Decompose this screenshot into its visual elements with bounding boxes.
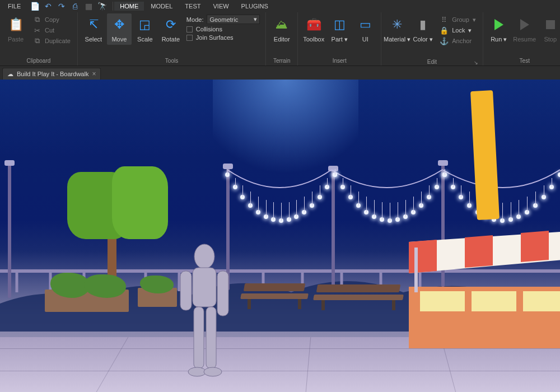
tab-view[interactable]: VIEW xyxy=(207,2,234,11)
svg-marker-18 xyxy=(465,235,493,268)
lock-button[interactable]: 🔒Lock ▾ xyxy=(436,25,479,35)
terrain-editor-label: Editor xyxy=(274,36,290,43)
bulb-string xyxy=(421,192,422,206)
tab-test[interactable]: TEST xyxy=(179,2,206,11)
color-button[interactable]: ▮ Color ▾ xyxy=(410,13,435,45)
checkbox-icon xyxy=(186,26,193,32)
material-button[interactable]: ✳ Material ▾ xyxy=(385,13,409,45)
clipboard-group-label: Clipboard xyxy=(3,57,74,66)
copy-label: Copy xyxy=(45,16,59,23)
play-icon xyxy=(490,16,508,34)
bulb-string xyxy=(289,202,290,220)
chevron-down-icon: ▾ xyxy=(344,36,348,43)
bulb-string xyxy=(358,192,359,206)
color-label: Color ▾ xyxy=(413,36,433,43)
group-label-text: Group xyxy=(452,16,469,23)
insert-group-label: Insert xyxy=(301,57,377,66)
svg-point-27 xyxy=(188,367,206,376)
bulb-string xyxy=(445,169,445,175)
terrain-editor-button[interactable]: ⛰ Editor xyxy=(269,13,294,45)
bulb-string xyxy=(413,197,414,212)
file-menu[interactable]: FILE xyxy=(2,2,26,11)
bulb-string xyxy=(335,169,335,175)
paste-button[interactable]: 📋 Paste xyxy=(3,13,28,45)
part-icon: ◫ xyxy=(330,16,348,34)
binoculars-icon[interactable]: 🔭 xyxy=(97,1,107,11)
bulb-string xyxy=(382,202,382,220)
toolbox-button[interactable]: 🧰 Toolbox xyxy=(301,13,326,45)
bulb-string xyxy=(296,200,297,217)
run-button[interactable]: Run ▾ xyxy=(487,13,511,45)
copy-icon: ⧉ xyxy=(32,15,41,24)
chevron-down-icon: ▾ xyxy=(468,27,472,34)
anchor-button[interactable]: ⚓Anchor xyxy=(436,36,479,46)
quick-access-toolbar: 📄 ↶ ↷ ⎙ ▦ 🔭 xyxy=(30,1,107,11)
move-icon: ✥ xyxy=(110,16,128,34)
play-icon xyxy=(516,16,534,34)
toolbox-label: Toolbox xyxy=(303,36,324,43)
bulb-string xyxy=(235,178,236,187)
bulb-string xyxy=(374,200,375,217)
svg-rect-26 xyxy=(206,307,216,368)
collisions-checkbox[interactable]: Collisions xyxy=(186,26,260,32)
tab-model[interactable]: MODEL xyxy=(145,2,178,11)
explorer-icon[interactable]: ⎙ xyxy=(70,1,80,11)
bulb-string xyxy=(552,178,552,187)
anchor-icon: ⚓ xyxy=(440,36,449,45)
part-button[interactable]: ◫ Part ▾ xyxy=(327,13,352,45)
svg-rect-22 xyxy=(193,268,216,307)
toolbox-icon: 🧰 xyxy=(305,16,323,34)
mode-select[interactable]: Geometric ▾ xyxy=(207,15,260,24)
paste-icon: 📋 xyxy=(7,16,25,34)
resume-button[interactable]: Resume xyxy=(512,13,537,45)
terrain-group-label: Terrain xyxy=(269,57,294,66)
close-icon[interactable]: × xyxy=(92,70,96,78)
checkbox-icon xyxy=(186,35,193,41)
test-group-label: Test xyxy=(487,57,560,66)
svg-rect-24 xyxy=(217,271,228,316)
bulb-string xyxy=(258,197,259,212)
bulb-string xyxy=(453,178,454,187)
menu-bar: FILE 📄 ↶ ↷ ⎙ ▦ 🔭 HOME MODEL TEST VIEW PL… xyxy=(0,0,560,12)
bulb-string xyxy=(544,185,544,197)
tab-plugins[interactable]: PLUGINS xyxy=(236,2,274,11)
tree-foliage xyxy=(112,166,168,239)
bulb-string xyxy=(511,202,511,220)
ui-button[interactable]: ▭ UI xyxy=(353,13,377,45)
stop-button[interactable]: Stop xyxy=(538,13,560,45)
svg-rect-14 xyxy=(472,291,516,311)
scale-label: Scale xyxy=(137,36,153,43)
copy-button[interactable]: ⧉Copy xyxy=(29,15,74,25)
undo-icon[interactable]: ↶ xyxy=(43,1,53,11)
cursor-icon: ↸ xyxy=(85,16,102,34)
light-pole xyxy=(332,169,335,287)
bench xyxy=(314,282,403,310)
terrain-icon: ⛰ xyxy=(273,16,291,34)
chevron-down-icon: ▾ xyxy=(430,36,433,43)
cloud-icon: ☁ xyxy=(7,71,13,78)
ribbon-group-edit: ✳ Material ▾ ▮ Color ▾ ⠿Group ▾ 🔒Lock ▾ … xyxy=(381,12,483,66)
tab-home[interactable]: HOME xyxy=(114,2,144,11)
join-surfaces-checkbox[interactable]: Join Surfaces xyxy=(186,34,260,41)
stall-sign xyxy=(470,90,500,220)
group-button[interactable]: ⠿Group ▾ xyxy=(436,15,479,25)
bulb-string xyxy=(469,192,470,206)
cut-button[interactable]: ✂Cut xyxy=(29,25,74,35)
duplicate-button[interactable]: ⧉Duplicate xyxy=(29,36,74,46)
group-launcher-icon[interactable]: ↘ xyxy=(385,60,478,66)
ribbon-group-terrain: ⛰ Editor Terrain xyxy=(266,12,298,66)
market-stall xyxy=(409,220,560,360)
grid-icon[interactable]: ▦ xyxy=(83,1,94,11)
svg-marker-19 xyxy=(521,231,549,262)
rotate-button[interactable]: ⟳ Rotate xyxy=(158,13,183,45)
move-button[interactable]: ✥ Move xyxy=(107,13,132,45)
rotate-label: Rotate xyxy=(162,36,180,43)
redo-icon[interactable]: ↷ xyxy=(57,1,67,11)
bulb-string xyxy=(502,203,503,221)
document-tab[interactable]: ☁ Build It Play It - Boardwalk × xyxy=(2,68,101,80)
select-button[interactable]: ↸ Select xyxy=(81,13,106,45)
bulb-string xyxy=(227,169,228,175)
scale-button[interactable]: ◲ Scale xyxy=(133,13,157,45)
viewport-3d[interactable] xyxy=(0,80,560,392)
new-file-icon[interactable]: 📄 xyxy=(30,1,40,11)
